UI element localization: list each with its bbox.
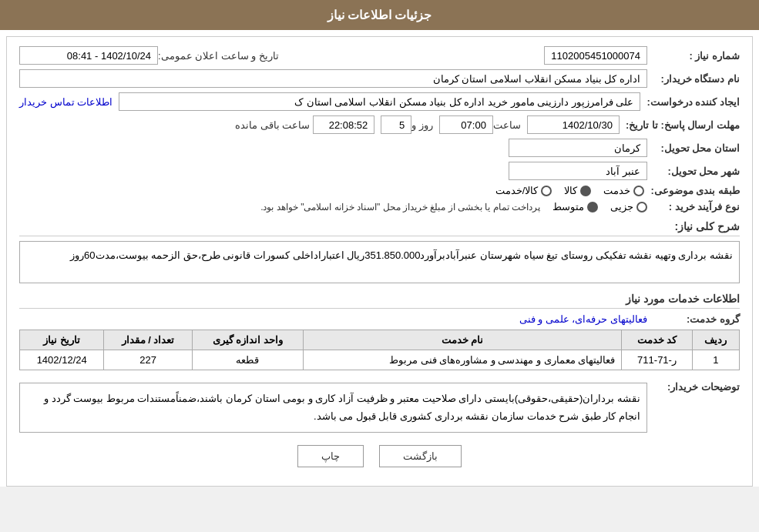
- buyer-notes-value: نقشه برداران(حقیقی،حقوقی)بایستی دارای صل…: [19, 383, 647, 433]
- creator-row: ایجاد کننده درخواست: علی فرامرزپور دارزی…: [19, 92, 740, 111]
- category-label-service: خدمت: [603, 185, 630, 196]
- process-note: پرداخت تمام یا بخشی از مبلغ خریداز محل "…: [260, 202, 540, 212]
- creator-value: علی فرامرزپور دارزینی مامور خرید اداره ک…: [119, 92, 640, 111]
- city-label: شهر محل تحویل:: [647, 166, 740, 177]
- col-row: ردیف: [692, 330, 739, 350]
- buyer-org-value: اداره کل بنیاد مسکن انقلاب اسلامی استان …: [19, 69, 647, 88]
- process-radio-small: [636, 202, 647, 212]
- category-label-both: کالا/خدمت: [495, 185, 539, 196]
- send-date-value: 1402/10/30: [527, 115, 620, 134]
- col-name: نام خدمت: [303, 330, 621, 350]
- table-body: 1 ر-71-711 فعالیتهای معماری و مهندسی و م…: [20, 350, 740, 370]
- send-day-label: روز و: [411, 119, 433, 131]
- col-date: تاریخ نیاز: [20, 330, 104, 350]
- process-label: نوع فرآیند خرید :: [647, 201, 740, 212]
- creator-link[interactable]: اطلاعات تماس خریدار: [19, 96, 113, 108]
- province-value: کرمان: [509, 139, 647, 157]
- process-label-medium: متوسط: [552, 201, 584, 212]
- send-remaining-value: 22:08:52: [313, 115, 374, 134]
- province-row: استان محل تحویل: کرمان: [19, 139, 740, 157]
- city-row: شهر محل تحویل: عنبر آباد: [19, 162, 740, 180]
- category-option-both[interactable]: کالا/خدمت: [495, 185, 552, 196]
- table-row: 1 ر-71-711 فعالیتهای معماری و مهندسی و م…: [20, 350, 740, 370]
- need-number-value: 1102005451000074: [544, 46, 647, 65]
- category-radio-goods: [580, 186, 591, 196]
- need-number-label: شماره نیاز :: [647, 50, 740, 62]
- content-area: شماره نیاز : 1102005451000074 تاریخ و سا…: [6, 36, 753, 487]
- category-label: طبقه بندی موضوعی:: [644, 185, 740, 196]
- buyer-org-row: نام دستگاه خریدار: اداره کل بنیاد مسکن ا…: [19, 69, 740, 88]
- announce-value: 1402/10/24 - 08:41: [19, 46, 158, 65]
- send-date-label: مهلت ارسال پاسخ: تا تاریخ:: [620, 119, 740, 131]
- cell-row: 1: [692, 350, 739, 370]
- cell-code: ر-71-711: [622, 350, 692, 370]
- service-group-label: گروه خدمت:: [647, 313, 740, 325]
- city-value: عنبر آباد: [509, 162, 647, 180]
- process-options: جزیی متوسط: [552, 201, 647, 212]
- services-table: ردیف کد خدمت نام خدمت واحد اندازه گیری ت…: [19, 330, 740, 370]
- need-number-row: شماره نیاز : 1102005451000074 تاریخ و سا…: [19, 46, 740, 65]
- send-time-value: 07:00: [439, 115, 493, 134]
- process-option-medium[interactable]: متوسط: [552, 201, 598, 212]
- category-radio-service: [633, 186, 644, 196]
- page-header: جزئیات اطلاعات نیاز: [0, 0, 759, 30]
- send-remaining-label: ساعت باقی مانده: [235, 119, 310, 131]
- cell-name: فعالیتهای معماری و مهندسی و مشاوره‌های ف…: [303, 350, 621, 370]
- print-button[interactable]: چاپ: [297, 445, 364, 467]
- cell-qty: 227: [104, 350, 192, 370]
- creator-label: ایجاد کننده درخواست:: [640, 96, 740, 108]
- category-option-service[interactable]: خدمت: [603, 185, 644, 196]
- cell-date: 1402/12/24: [20, 350, 104, 370]
- page-title: جزئیات اطلاعات نیاز: [327, 8, 432, 22]
- send-time-label: ساعت: [493, 119, 521, 131]
- buyer-org-label: نام دستگاه خریدار:: [647, 73, 740, 85]
- table-header: ردیف کد خدمت نام خدمت واحد اندازه گیری ت…: [20, 330, 740, 350]
- category-options: خدمت کالا کالا/خدمت: [495, 185, 645, 196]
- process-row: نوع فرآیند خرید : جزیی متوسط پرداخت تمام…: [19, 201, 740, 212]
- category-option-goods[interactable]: کالا: [564, 185, 591, 196]
- process-option-small[interactable]: جزیی: [610, 201, 647, 212]
- cell-unit: قطعه: [192, 350, 303, 370]
- description-section-title: شرح کلی نیاز:: [19, 220, 740, 236]
- description-value: نقشه برداری وتهیه نقشه تفکیکی روستای تیغ…: [19, 241, 740, 283]
- category-label-goods: کالا: [564, 185, 577, 196]
- main-container: جزئیات اطلاعات نیاز شماره نیاز : 1102005…: [0, 0, 759, 487]
- services-section-title: اطلاعات خدمات مورد نیاز: [19, 293, 740, 309]
- announce-label: تاریخ و ساعت اعلان عمومی:: [158, 50, 279, 62]
- process-label-small: جزیی: [610, 201, 633, 212]
- buyer-notes-row: توضیحات خریدار: نقشه برداران(حقیقی،حقوقی…: [19, 378, 740, 433]
- buttons-row: بازگشت چاپ: [19, 445, 740, 467]
- category-row: طبقه بندی موضوعی: خدمت کالا کالا/خدمت: [19, 185, 740, 196]
- process-radio-medium: [587, 202, 598, 212]
- back-button[interactable]: بازگشت: [379, 445, 462, 467]
- buyer-notes-label: توضیحات خریدار:: [647, 378, 740, 393]
- send-date-row: مهلت ارسال پاسخ: تا تاریخ: 1402/10/30 سا…: [19, 115, 740, 134]
- col-qty: تعداد / مقدار: [104, 330, 192, 350]
- category-radio-both: [541, 186, 552, 196]
- col-code: کد خدمت: [622, 330, 692, 350]
- service-group-row: گروه خدمت: فعالیتهای حرفه‌ای، علمی و فنی: [19, 313, 740, 325]
- send-day-value: 5: [381, 115, 411, 134]
- service-group-value[interactable]: فعالیتهای حرفه‌ای، علمی و فنی: [519, 313, 647, 325]
- province-label: استان محل تحویل:: [647, 142, 740, 154]
- col-unit: واحد اندازه گیری: [192, 330, 303, 350]
